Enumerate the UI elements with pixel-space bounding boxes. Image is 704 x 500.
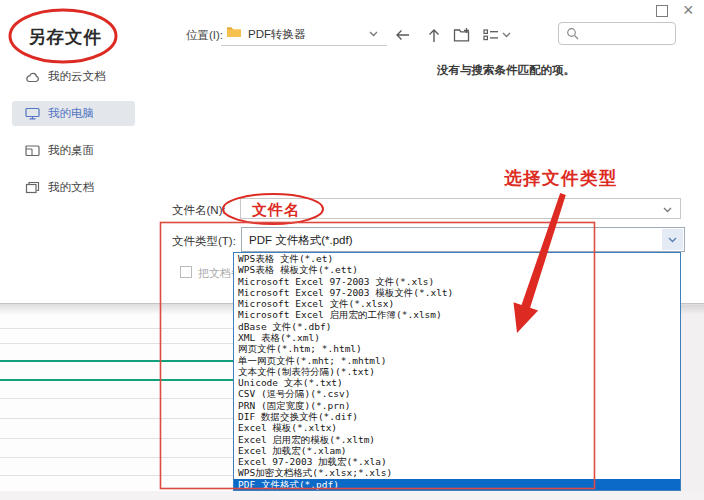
background-bottom-strip xyxy=(0,491,704,500)
sidebar-item-label: 我的云文档 xyxy=(48,69,106,84)
filetype-combobox[interactable]: PDF 文件格式(*.pdf) xyxy=(241,227,685,252)
empty-results-message: 没有与搜索条件匹配的项。 xyxy=(437,63,575,78)
filetype-option[interactable]: DIF 数据交换文件(*.dif) xyxy=(234,411,680,422)
chevron-down-icon xyxy=(502,32,511,38)
cloud-icon xyxy=(25,71,40,83)
filetype-option[interactable]: Excel 启用宏的模板(*.xltm) xyxy=(234,434,680,445)
new-folder-button[interactable] xyxy=(452,25,472,45)
search-icon xyxy=(566,27,579,40)
sidebar-item-my-desktop[interactable]: 我的桌面 xyxy=(12,138,135,163)
up-button[interactable] xyxy=(424,25,444,45)
documents-icon xyxy=(25,181,40,194)
sidebar-item-label: 我的电脑 xyxy=(48,106,94,121)
filetype-option[interactable]: Excel 模板(*.xltx) xyxy=(234,422,680,433)
dialog-title: 另存文件 xyxy=(28,25,102,49)
chevron-down-icon[interactable] xyxy=(663,207,672,213)
filetype-option[interactable]: Microsoft Excel 文件(*.xlsx) xyxy=(234,298,680,309)
view-options-button[interactable] xyxy=(482,25,512,45)
filetype-option[interactable]: dBase 文件(*.dbf) xyxy=(234,321,680,332)
location-label: 位置(I): xyxy=(186,28,223,43)
close-button[interactable]: × xyxy=(683,0,694,20)
sidebar: 我的云文档我的电脑我的桌面我的文档 xyxy=(0,58,160,212)
filetype-option[interactable]: 文本文件(制表符分隔)(*.txt) xyxy=(234,366,680,377)
filetype-option[interactable]: Excel 97-2003 加载宏(*.xla) xyxy=(234,456,680,467)
filetype-value: PDF 文件格式(*.pdf) xyxy=(249,233,353,248)
filetype-option[interactable]: Microsoft Excel 启用宏的工作簿(*.xlsm) xyxy=(234,309,680,320)
filetype-option[interactable]: WPS加密文档格式(*.xlsx;*.xls) xyxy=(234,467,680,478)
chevron-down-icon xyxy=(668,237,677,243)
folder-icon xyxy=(226,25,242,38)
filetype-option[interactable]: Microsoft Excel 97-2003 文件(*.xls) xyxy=(234,276,680,287)
sidebar-item-cloud-docs[interactable]: 我的云文档 xyxy=(12,64,135,89)
filetype-option[interactable]: 网页文件(*.htm; *.html) xyxy=(234,343,680,354)
back-button[interactable] xyxy=(393,25,413,45)
filetype-option[interactable]: 单一网页文件(*.mht; *.mhtml) xyxy=(234,355,680,366)
filename-value: 文件名 xyxy=(252,201,300,220)
backup-checkbox[interactable] xyxy=(180,266,192,278)
location-underline xyxy=(221,45,387,46)
location-combobox[interactable]: PDF转换器 xyxy=(221,22,387,45)
filetype-option[interactable]: PRN (固定宽度)(*.prn) xyxy=(234,400,680,411)
background-right-strip xyxy=(681,305,704,500)
location-value: PDF转换器 xyxy=(248,27,306,42)
sidebar-item-label: 我的桌面 xyxy=(48,143,94,158)
filetype-option[interactable]: WPS表格 文件(*.et) xyxy=(234,253,680,264)
filename-input[interactable]: 文件名 xyxy=(240,198,681,219)
maximize-button[interactable] xyxy=(656,5,668,17)
filetype-option[interactable]: PDF 文件格式(*.pdf) xyxy=(234,479,680,490)
computer-icon xyxy=(25,107,40,120)
filetype-option[interactable]: Microsoft Excel 97-2003 模板文件(*.xlt) xyxy=(234,287,680,298)
search-input[interactable] xyxy=(584,28,669,40)
filetype-option[interactable]: XML 表格(*.xml) xyxy=(234,332,680,343)
sidebar-item-label: 我的文档 xyxy=(48,180,94,195)
desktop-icon xyxy=(25,144,40,157)
chevron-down-icon xyxy=(369,31,378,37)
sidebar-item-my-docs[interactable]: 我的文档 xyxy=(12,175,135,200)
filetype-dropdown-button[interactable] xyxy=(662,229,683,250)
filetype-option[interactable]: WPS表格 模板文件(*.ett) xyxy=(234,264,680,275)
filetype-option[interactable]: Unicode 文本(*.txt) xyxy=(234,377,680,388)
sidebar-item-my-computer[interactable]: 我的电脑 xyxy=(12,101,135,126)
filetype-option[interactable]: CSV (逗号分隔)(*.csv) xyxy=(234,388,680,399)
filetype-label: 文件类型(T): xyxy=(172,234,236,249)
search-box[interactable] xyxy=(558,22,676,45)
filetype-option[interactable]: Excel 加载宏(*.xlam) xyxy=(234,445,680,456)
filetype-listbox: WPS表格 文件(*.et)WPS表格 模板文件(*.ett)Microsoft… xyxy=(233,252,681,491)
filename-label: 文件名(N): xyxy=(172,203,226,218)
